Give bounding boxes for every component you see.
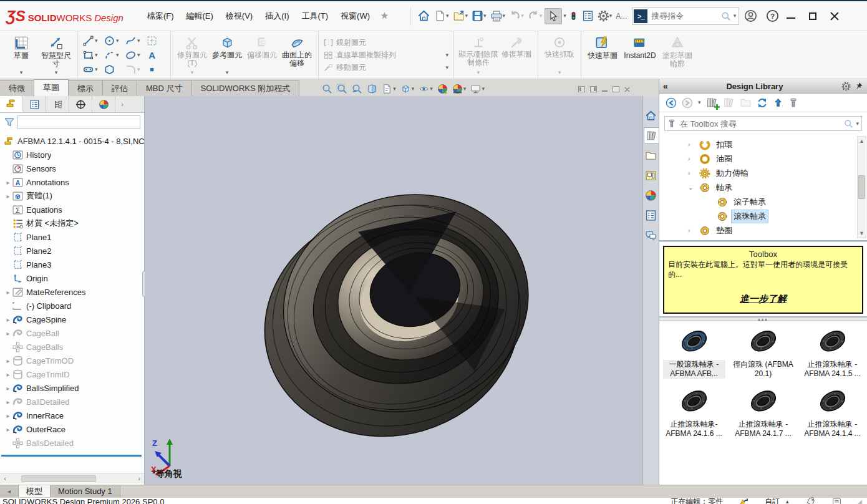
tree-root[interactable]: AFBMA 12.1.4.1 - 0015-4 - 8,SI,NC,8 xyxy=(0,134,144,148)
smart-dimension-button[interactable]: 智慧型尺寸▾ xyxy=(39,34,74,76)
mirror-entities-button[interactable]: 鏡射圖元 xyxy=(324,37,448,48)
toolbox-search-input[interactable] xyxy=(679,119,841,129)
spline-tool[interactable]: ▾ xyxy=(124,34,145,47)
sketch-button[interactable]: 草圖▾ xyxy=(4,34,39,76)
home-button[interactable] xyxy=(416,7,432,25)
pane-settings-gear-icon[interactable] xyxy=(841,82,851,91)
hide-show-items-icon[interactable]: ▾ xyxy=(419,84,433,94)
filter-funnel-icon[interactable] xyxy=(4,117,15,128)
tab-dimxpertmanager[interactable] xyxy=(69,96,92,112)
tab-markup[interactable]: 標示 xyxy=(68,80,103,96)
library-item-ball-bearings[interactable]: 滾珠軸承 xyxy=(659,209,867,223)
back-button[interactable] xyxy=(666,97,677,109)
sketch-fillet-tool[interactable]: ▾ xyxy=(124,62,145,76)
tree-item-outerrace[interactable]: ▸OuterRace xyxy=(0,422,144,436)
collapse-pane-icon[interactable]: « xyxy=(663,81,668,91)
scroll-down-icon[interactable]: ▼ xyxy=(859,230,865,236)
tree-item-ballsdetailed[interactable]: BallsDetailed xyxy=(0,436,144,450)
tab-model[interactable]: 模型 xyxy=(19,485,51,497)
library-item-bearings[interactable]: ⌄軸承 xyxy=(659,180,867,195)
tab-motion-study-1[interactable]: Motion Study 1 xyxy=(51,485,120,497)
strip-view-palette-icon[interactable] xyxy=(644,167,659,183)
tab-mbd-dimensions[interactable]: MBD 尺寸 xyxy=(137,80,192,96)
apply-scene-icon[interactable]: ▾ xyxy=(452,84,467,94)
learn-more-link[interactable]: 進一步了解 xyxy=(740,293,787,305)
save-button[interactable]: ▾ xyxy=(470,7,488,24)
scroll-right-icon[interactable]: › xyxy=(134,475,144,482)
graphics-viewport[interactable]: Z X *等角視 xyxy=(145,96,642,485)
pin-menu-icon[interactable] xyxy=(379,9,390,23)
forward-button[interactable] xyxy=(682,97,693,109)
dock-right-icon[interactable] xyxy=(590,86,597,92)
print-button[interactable]: ▾ xyxy=(489,7,507,25)
tab-configurationmanager[interactable] xyxy=(46,96,69,112)
add-to-library-button[interactable] xyxy=(706,97,718,109)
tree-item-plane1[interactable]: Plane1 xyxy=(0,230,144,244)
shaded-sketch-contours-button[interactable]: 塗彩草圖輪廓 xyxy=(660,34,695,76)
offset-entities-button[interactable]: 偏移圖元 xyxy=(245,34,279,76)
library-thumbnail[interactable]: 止推滾珠軸承- AFBMA 24.1.6 ... xyxy=(659,385,729,439)
redo-button[interactable]: ▾ xyxy=(526,7,544,24)
quick-snaps-button[interactable]: 快速抓取▾ xyxy=(542,34,577,76)
ellipse-tool[interactable]: ▾ xyxy=(124,48,145,62)
units-selector[interactable]: 自訂▲ xyxy=(765,497,790,504)
featuremanager-tabs-overflow[interactable]: › xyxy=(115,96,129,112)
pane-pin-icon[interactable] xyxy=(855,82,863,90)
resize-grip[interactable]: ◢ xyxy=(858,498,862,504)
tab-propertymanager[interactable] xyxy=(23,96,46,112)
annotation-views-icon[interactable]: ▾ xyxy=(382,84,396,94)
view-settings-icon[interactable]: ▾ xyxy=(470,84,485,94)
create-folder-button[interactable] xyxy=(723,97,735,109)
text-tool[interactable]: A xyxy=(145,48,167,62)
tree-item-clipboard[interactable]: (-) Clipboard xyxy=(0,299,144,313)
tree-item-sensors[interactable]: Sensors xyxy=(0,162,144,175)
dock-left-icon[interactable] xyxy=(578,86,585,92)
toolbox-config-icon[interactable] xyxy=(788,98,798,108)
menu-tools[interactable]: 工具(T) xyxy=(295,7,334,26)
rectangle-tool[interactable]: ▾ xyxy=(82,48,103,62)
tree-item-material[interactable]: 材質 <未指定> xyxy=(0,216,144,230)
line-tool[interactable]: ▾ xyxy=(82,34,103,47)
maximize-button[interactable] xyxy=(809,12,816,20)
tree-item-cagetrimod[interactable]: ▸CageTrimOD xyxy=(0,354,144,367)
library-item-washers[interactable]: ›墊圈 xyxy=(659,223,867,238)
command-search-input[interactable] xyxy=(647,11,720,21)
note-icon[interactable] xyxy=(832,497,841,504)
tree-item-matereferences[interactable]: ▸MateReferences xyxy=(0,285,144,299)
scroll-up-icon[interactable]: ▲ xyxy=(859,138,865,144)
rollback-bar[interactable] xyxy=(1,455,142,457)
library-thumbnail[interactable]: 徑向滾珠 (AFBMA 20.1) xyxy=(729,325,798,379)
tree-item-balldetailed[interactable]: ▸BallDetailed xyxy=(0,395,144,409)
slot-tool[interactable]: ▾ xyxy=(82,62,103,76)
library-thumbnail[interactable]: 止推滾珠軸承 - AFBMA 24.1.4 ... xyxy=(798,385,867,439)
tab-evaluate[interactable]: 評估 xyxy=(102,80,137,96)
previous-view-icon[interactable] xyxy=(352,84,362,94)
scroll-thumb[interactable] xyxy=(858,175,865,199)
new-document-button[interactable]: ▾ xyxy=(433,7,450,24)
menu-insert[interactable]: 插入(I) xyxy=(259,7,295,26)
tree-item-plane2[interactable]: Plane2 xyxy=(0,244,144,258)
tabs-scroll-icon[interactable]: ◂ xyxy=(0,485,19,497)
tree-item-origin[interactable]: Origin xyxy=(0,271,144,285)
tree-item-cagetrimid[interactable]: ▸CageTrimID xyxy=(0,367,144,381)
instant2d-button[interactable]: Instant2D xyxy=(620,34,660,76)
menu-window[interactable]: 視窗(W) xyxy=(334,7,376,26)
library-item-retaining-rings[interactable]: ›扣環 xyxy=(659,137,867,152)
scroll-thumb[interactable] xyxy=(21,475,96,482)
tree-item-history[interactable]: History xyxy=(0,148,144,162)
menu-file[interactable]: 檔案(F) xyxy=(141,7,180,26)
move-entities-button[interactable]: 移動圖元▾ xyxy=(324,62,448,73)
search-icon[interactable] xyxy=(844,119,853,128)
strip-custom-properties-icon[interactable] xyxy=(644,207,659,223)
a-menu[interactable]: A... xyxy=(616,12,627,21)
close-button[interactable] xyxy=(830,12,839,21)
bearing-model[interactable] xyxy=(257,171,544,452)
section-view-icon[interactable] xyxy=(367,84,377,94)
polygon-tool[interactable] xyxy=(103,62,124,76)
refresh-button[interactable] xyxy=(757,97,768,109)
point-tool[interactable] xyxy=(145,62,167,76)
open-button[interactable]: ▾ xyxy=(452,7,470,25)
selection-box-tool[interactable] xyxy=(145,34,167,47)
tree-item-cageballs[interactable]: CageBalls xyxy=(0,340,144,354)
tab-sketch[interactable]: 草圖 xyxy=(34,79,69,96)
